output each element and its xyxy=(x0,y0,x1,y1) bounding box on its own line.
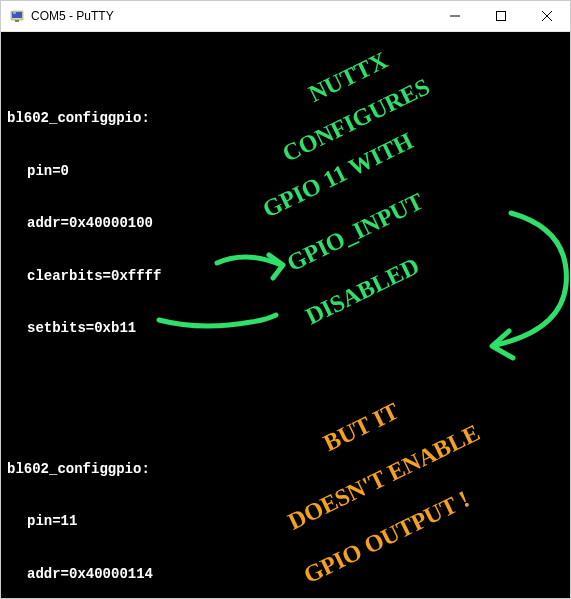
log-line: setbits=0xb11 xyxy=(27,320,564,338)
window-controls xyxy=(432,1,570,31)
svg-rect-3 xyxy=(13,13,16,14)
log-line: clearbits=0xffff xyxy=(27,268,564,286)
minimize-button[interactable] xyxy=(432,1,478,31)
func-name: bl602_configgpio: xyxy=(7,461,564,479)
log-line: pin=11 xyxy=(27,513,564,531)
log-line: addr=0x40000100 xyxy=(27,215,564,233)
terminal-area[interactable]: bl602_configgpio: pin=0 addr=0x40000100 … xyxy=(1,32,570,598)
log-line: addr=0x40000114 xyxy=(27,566,564,584)
close-button[interactable] xyxy=(524,1,570,31)
func-name: bl602_configgpio: xyxy=(7,110,564,128)
config-block-0: bl602_configgpio: pin=0 addr=0x40000100 … xyxy=(7,75,564,373)
svg-rect-5 xyxy=(497,12,506,21)
putty-icon xyxy=(9,8,25,24)
config-block-1: bl602_configgpio: pin=11 addr=0x40000114… xyxy=(7,426,564,599)
maximize-button[interactable] xyxy=(478,1,524,31)
log-line: pin=0 xyxy=(27,163,564,181)
titlebar-title: COM5 - PuTTY xyxy=(31,9,432,23)
putty-window: COM5 - PuTTY bl602_configgpio: pin=0 add… xyxy=(0,0,571,599)
titlebar: COM5 - PuTTY xyxy=(1,1,570,32)
